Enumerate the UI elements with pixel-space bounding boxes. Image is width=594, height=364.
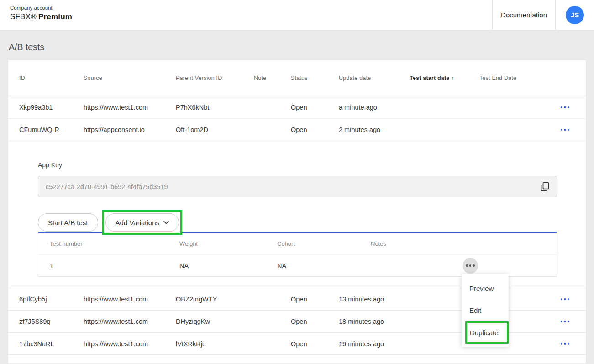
copy-app-key-button[interactable] bbox=[541, 182, 549, 191]
header-actions: Documentation JS bbox=[492, 0, 594, 30]
brand-name: SFBX® bbox=[10, 12, 37, 21]
column-header-test-start-date[interactable]: Test start date↑ bbox=[410, 75, 479, 81]
cell-update-date: 2 minutes ago bbox=[339, 126, 410, 133]
table-row: Xkp99a3b1 https://www.test1.com P7hX6kNb… bbox=[8, 96, 586, 118]
cell-parent-version-id: OBZ2mgWTY bbox=[176, 295, 254, 303]
app-header: Company account SFBX®Premium Documentati… bbox=[0, 0, 594, 30]
column-header-source[interactable]: Source bbox=[84, 75, 176, 81]
column-header-parent-version-id[interactable]: Parent Version ID bbox=[176, 75, 254, 81]
cell-parent-version-id: Oft-1om2D bbox=[176, 126, 254, 133]
annotation-highlight-add-variations: Add Variations bbox=[102, 210, 182, 235]
column-header-notes: Notes bbox=[371, 240, 463, 247]
column-header-test-end-date[interactable]: Test End Date bbox=[479, 75, 530, 81]
variations-header-row: Test number Weight Cohort Notes bbox=[38, 233, 557, 254]
cell-update-date: a minute ago bbox=[339, 104, 410, 111]
add-variations-button[interactable]: Add Variations bbox=[105, 213, 179, 232]
avatar-container: JS bbox=[556, 0, 594, 30]
cell-parent-version-id: lVtXRkRjc bbox=[176, 340, 254, 348]
cell-update-date: 13 minutes ago bbox=[339, 295, 410, 303]
column-header-update-date[interactable]: Update date bbox=[339, 75, 410, 81]
account-type-label: Company account bbox=[10, 5, 72, 11]
add-variations-label: Add Variations bbox=[116, 219, 159, 227]
row-actions-menu-button[interactable] bbox=[558, 104, 573, 111]
row-actions-menu-button[interactable] bbox=[558, 126, 573, 134]
variation-row: 1 NA NA bbox=[38, 254, 557, 276]
app-key-label: App Key bbox=[38, 161, 557, 169]
cell-id: 17bc3NuRL bbox=[19, 340, 84, 348]
menu-item-preview[interactable]: Preview bbox=[462, 277, 509, 299]
page-title: A/B tests bbox=[9, 42, 586, 53]
row-actions-menu-button[interactable] bbox=[558, 340, 573, 348]
column-header-weight: Weight bbox=[179, 240, 277, 247]
table-header-row: ID Source Parent Version ID Note Status … bbox=[8, 60, 586, 96]
variations-table: Test number Weight Cohort Notes 1 NA NA bbox=[38, 232, 557, 277]
cell-status: Open bbox=[291, 318, 339, 325]
more-options-icon bbox=[466, 264, 475, 267]
start-ab-test-button[interactable]: Start A/B test bbox=[38, 213, 98, 232]
cell-update-date: 19 minutes ago bbox=[339, 340, 410, 348]
cell-parent-version-id: DHyziqgKw bbox=[176, 318, 254, 325]
menu-item-edit[interactable]: Edit bbox=[462, 299, 509, 321]
column-header-test-number: Test number bbox=[50, 240, 179, 247]
cell-id: zf7J5S89q bbox=[19, 318, 84, 325]
more-options-icon bbox=[561, 298, 570, 301]
more-options-icon bbox=[561, 321, 570, 323]
brand-title: SFBX®Premium bbox=[10, 12, 72, 21]
brand-plan: Premium bbox=[38, 12, 72, 21]
column-header-note[interactable]: Note bbox=[254, 75, 291, 81]
cell-status: Open bbox=[291, 295, 339, 303]
column-header-test-start-date-label: Test start date bbox=[410, 75, 450, 81]
cell-source: https://www.test1.com bbox=[84, 295, 176, 303]
cell-source: https://www.test1.com bbox=[84, 104, 176, 111]
cell-id: CFumuWQ-R bbox=[19, 126, 84, 133]
more-options-icon bbox=[561, 129, 570, 131]
row-actions-menu-button[interactable] bbox=[558, 318, 573, 326]
cell-weight: NA bbox=[179, 262, 277, 269]
chevron-down-icon bbox=[163, 221, 169, 224]
cell-source: https://www.test1.com bbox=[84, 340, 176, 348]
cell-parent-version-id: P7hX6kNbt bbox=[176, 104, 254, 111]
cell-source: https://www.test1.com bbox=[84, 318, 176, 325]
more-options-icon bbox=[561, 106, 570, 109]
sort-ascending-icon: ↑ bbox=[452, 75, 454, 81]
cell-status: Open bbox=[291, 340, 339, 348]
cell-status: Open bbox=[291, 104, 339, 111]
column-header-id[interactable]: ID bbox=[19, 75, 84, 81]
expanded-actions-row: Start A/B test Add Variations bbox=[38, 210, 557, 235]
cell-id: Xkp99a3b1 bbox=[19, 104, 84, 111]
copy-icon bbox=[541, 182, 549, 191]
context-menu: Preview Edit Duplicate bbox=[462, 274, 509, 347]
cell-id: 6ptlCyb5j bbox=[19, 295, 84, 303]
app-key-field: c52277ca-2d70-4991-b692-4f4fa75d3519 bbox=[38, 176, 557, 197]
column-header-status[interactable]: Status bbox=[291, 75, 339, 81]
documentation-link[interactable]: Documentation bbox=[492, 0, 556, 30]
column-header-cohort: Cohort bbox=[277, 240, 371, 247]
app-key-value: c52277ca-2d70-4991-b692-4f4fa75d3519 bbox=[46, 183, 541, 190]
cell-status: Open bbox=[291, 126, 339, 133]
row-actions-menu-button[interactable] bbox=[558, 295, 573, 303]
variation-actions-menu-button[interactable] bbox=[463, 258, 478, 274]
table-row: CFumuWQ-R https://appconsent.io Oft-1om2… bbox=[8, 118, 586, 141]
cell-update-date: 18 minutes ago bbox=[339, 318, 410, 325]
cell-source: https://appconsent.io bbox=[84, 126, 176, 133]
menu-item-duplicate[interactable]: Duplicate bbox=[465, 321, 509, 344]
brand-block: Company account SFBX®Premium bbox=[0, 0, 72, 30]
cell-cohort: NA bbox=[277, 262, 371, 269]
more-options-icon bbox=[561, 343, 570, 345]
user-avatar[interactable]: JS bbox=[566, 6, 584, 24]
cell-test-number: 1 bbox=[50, 262, 179, 269]
expanded-row-panel: App Key c52277ca-2d70-4991-b692-4f4fa75d… bbox=[8, 141, 586, 288]
